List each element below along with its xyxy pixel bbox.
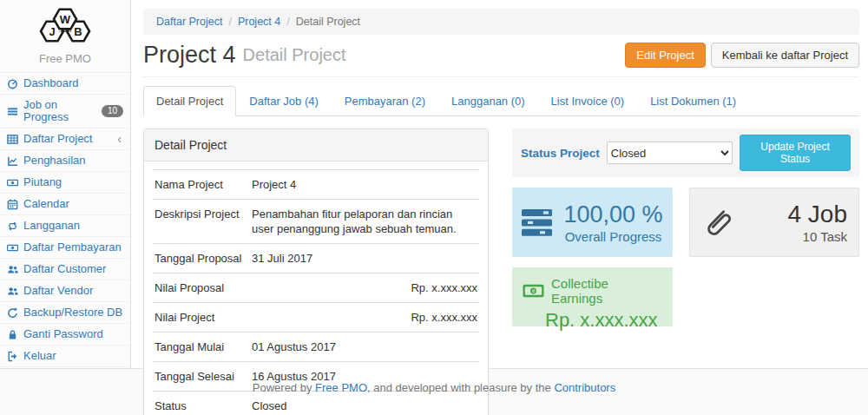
status-select[interactable]: Closed (607, 142, 733, 164)
brand-logo: W J B .com (0, 0, 130, 49)
app-window: W J B .com Free PMO DashboardJob on Prog… (0, 0, 868, 415)
page-title: Project 4 (143, 42, 236, 69)
tab-list-invoice-0[interactable]: List Invoice (0) (538, 86, 638, 116)
detail-row-nilai-project: Nilai ProjectRp. x.xxx.xxx (153, 303, 479, 333)
detail-row-label: Tanggal Selesai (153, 362, 250, 392)
edit-project-button[interactable]: Edit Project (625, 43, 705, 68)
banknote-icon (523, 284, 544, 298)
detail-row-value: Closed (250, 392, 479, 415)
sidebar-menu: DashboardJob on Progress10Daftar Project… (0, 72, 130, 367)
detail-row-value: Project 4 (250, 170, 479, 200)
sidebar-item-calendar[interactable]: Calendar (0, 194, 130, 215)
jobs-card: 4 Job 10 Task (689, 188, 859, 257)
sidebar-item-label: Daftar Vendor (23, 285, 93, 297)
earnings-label: Collectibe Earnings (551, 276, 662, 306)
sidebar-item-label: Penghasilan (23, 155, 86, 167)
tab-daftar-job-4[interactable]: Daftar Job (4) (236, 86, 331, 116)
detail-row-deskripsi-project: Deskripsi ProjectPenambahan fitur pelapo… (153, 200, 479, 244)
calendar-icon (7, 199, 18, 210)
sidebar-item-dashboard[interactable]: Dashboard (0, 73, 130, 95)
tab-pembayaran-2[interactable]: Pembayaran (2) (332, 86, 438, 116)
lock-icon (7, 329, 18, 340)
sidebar-item-daftar-project[interactable]: Daftar Project‹ (0, 128, 130, 150)
sidebar-item-label: Ganti Password (23, 328, 103, 340)
sidebar-item-keluar[interactable]: Keluar (0, 346, 130, 367)
tasks-count: 10 Task (788, 229, 848, 244)
tab-detail-project[interactable]: Detail Project (143, 86, 236, 116)
right-column: Status Project Closed Update Project Sta… (512, 128, 859, 415)
sidebar: W J B .com Free PMO DashboardJob on Prog… (0, 0, 131, 369)
sidebar-item-job-on-progress[interactable]: Job on Progress10 (0, 95, 130, 128)
sidebar-item-piutang[interactable]: Piutang (0, 172, 130, 194)
detail-row-status: StatusClosed (153, 392, 479, 415)
detail-row-label: Nama Project (153, 170, 250, 200)
detail-row-value: 31 Juli 2017 (250, 244, 479, 273)
detail-row-nilai-proposal: Nilai ProposalRp. x.xxx.xxx (153, 273, 479, 303)
breadcrumb-item-project-4[interactable]: Project 4 (238, 16, 280, 28)
svg-text:W: W (60, 13, 71, 26)
jobs-count: 4 Job (788, 201, 848, 227)
svg-text:B: B (74, 25, 82, 38)
detail-row-label: Nilai Project (153, 303, 250, 333)
sidebar-item-penghasilan[interactable]: Penghasilan (0, 150, 130, 172)
earnings-value: Rp. x.xxx.xxx (545, 309, 662, 332)
progress-value: 100,00 % (563, 201, 662, 227)
dashboard-icon (7, 78, 18, 89)
sidebar-item-label: Piutang (23, 176, 62, 188)
sidebar-item-daftar-pembayaran[interactable]: Daftar Pembayaran (0, 237, 130, 259)
main-content: Daftar Project/Project 4/Detail Project … (131, 0, 868, 369)
svg-text:J: J (49, 25, 55, 38)
detail-table: Nama ProjectProject 4Deskripsi ProjectPe… (153, 169, 479, 415)
retweet-icon (7, 221, 18, 232)
list-icon (7, 106, 18, 117)
tab-langganan-0[interactable]: Langganan (0) (438, 86, 538, 116)
sidebar-item-backup-restore-db[interactable]: Backup/Restore DB (0, 302, 130, 324)
users-icon (7, 264, 18, 275)
svg-text:.com: .com (59, 28, 71, 33)
chart-icon (7, 155, 18, 167)
count-badge: 10 (102, 105, 123, 117)
update-project-status-button[interactable]: Update Project Status (740, 135, 851, 171)
overall-progress-card: 100,00 % Overall Progress (512, 188, 673, 257)
brand-name: Free PMO (0, 49, 130, 72)
sidebar-item-label: Daftar Customer (23, 263, 106, 275)
sidebar-item-label: Daftar Project (23, 133, 92, 145)
page-header: Project 4 Detail Project Edit Project Ke… (143, 42, 859, 77)
page-subtitle: Detail Project (243, 45, 346, 65)
tasks-icon (522, 209, 554, 236)
sidebar-item-label: Backup/Restore DB (23, 306, 122, 319)
table-icon (7, 134, 18, 145)
breadcrumb-separator: / (222, 16, 237, 28)
sidebar-item-label: Dashboard (23, 77, 79, 89)
footer-text: , and developed with pleasure by the (367, 381, 554, 394)
breadcrumb-item-daftar-project[interactable]: Daftar Project (156, 16, 222, 28)
sidebar-item-label: Job on Progress (23, 99, 96, 123)
detail-row-tanggal-mulai: Tanggal Mulai01 Agustus 2017 (153, 333, 479, 362)
refresh-icon (7, 307, 18, 319)
progress-label: Overall Progress (563, 229, 662, 244)
contributors-link[interactable]: Contributors (554, 381, 615, 394)
footer-text: Powered by (253, 381, 315, 394)
sidebar-item-daftar-customer[interactable]: Daftar Customer (0, 259, 130, 280)
users-icon (7, 286, 18, 297)
detail-row-value: 01 Agustus 2017 (250, 333, 479, 362)
sidebar-item-label: Keluar (23, 350, 56, 362)
sidebar-item-daftar-vendor[interactable]: Daftar Vendor (0, 280, 130, 302)
signout-icon (7, 351, 18, 362)
free-pmo-link[interactable]: Free PMO (315, 381, 367, 394)
status-project-label: Status Project (521, 147, 600, 160)
detail-row-value: Penambahan fitur pelaporan dan rincian u… (250, 200, 479, 244)
back-to-project-list-button[interactable]: Kembali ke daftar Project (711, 43, 859, 68)
collectible-earnings-card: Collectibe Earnings Rp. x.xxx.xxx (512, 267, 673, 326)
detail-project-panel: Detail Project Nama ProjectProject 4Desk… (143, 128, 489, 415)
tab-list-dokumen-1[interactable]: List Dokumen (1) (637, 86, 749, 116)
jwb-hexagon-logo: W J B .com (25, 6, 105, 46)
sidebar-item-label: Langganan (23, 220, 80, 232)
sidebar-item-ganti-password[interactable]: Ganti Password (0, 324, 130, 346)
tab-bar: Detail ProjectDaftar Job (4)Pembayaran (… (143, 86, 859, 116)
sidebar-item-label: Daftar Pembayaran (23, 241, 122, 254)
detail-row-value: Rp. x.xxx.xxx (250, 303, 479, 333)
paperclip-icon (701, 206, 733, 239)
money-icon (7, 242, 18, 254)
sidebar-item-langganan[interactable]: Langganan (0, 215, 130, 237)
